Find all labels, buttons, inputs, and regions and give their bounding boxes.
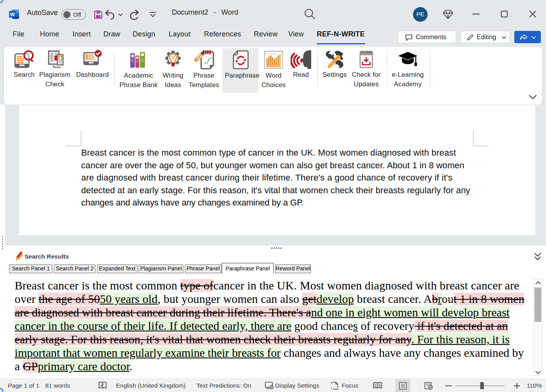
svg-text:W: W bbox=[10, 11, 15, 17]
